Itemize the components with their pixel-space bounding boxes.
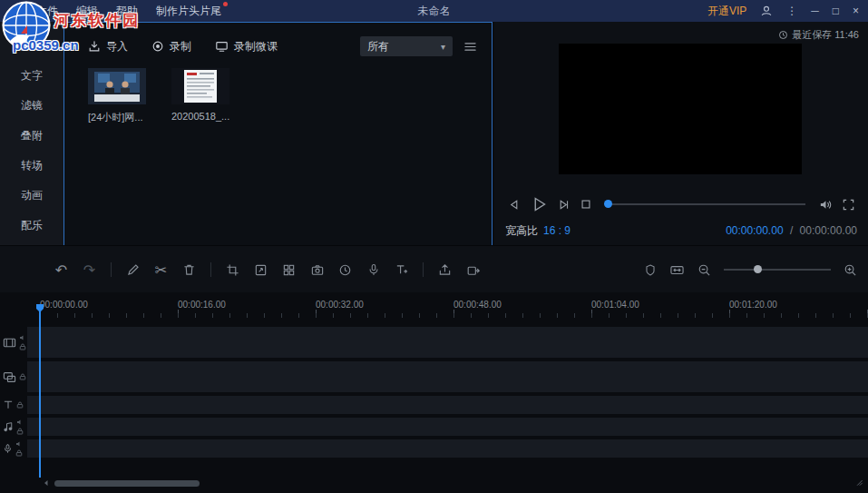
record-screen-button[interactable]: 录制微课	[215, 39, 278, 54]
speech-to-text-icon[interactable]	[387, 263, 415, 277]
mosaic-icon[interactable]	[275, 263, 303, 277]
media-toolbar: 导入 录制 录制微课 所有 ▾	[64, 35, 492, 57]
scrubber-handle[interactable]	[604, 200, 612, 208]
playhead[interactable]	[39, 305, 41, 478]
previous-frame-button[interactable]	[507, 198, 521, 212]
overlay-track-header[interactable]	[0, 361, 27, 392]
media-filter-select[interactable]: 所有 ▾	[360, 36, 453, 56]
track-badges	[15, 440, 23, 457]
account-icon[interactable]	[760, 5, 773, 17]
redo-icon[interactable]: ↷	[75, 261, 103, 279]
trash-icon[interactable]	[175, 262, 203, 277]
track-badges	[19, 373, 26, 380]
lock-icon[interactable]	[15, 449, 23, 457]
marker-icon[interactable]	[644, 263, 657, 277]
menu-make-intro-outro[interactable]: 制作片头片尾	[156, 4, 221, 19]
zoom-slider-handle[interactable]	[754, 265, 762, 273]
media-item-name: 20200518_...	[171, 111, 231, 122]
minimize-button[interactable]: ─	[811, 5, 819, 17]
sidebar-item-music[interactable]: 配乐	[0, 211, 63, 241]
microphone-icon[interactable]	[359, 262, 387, 277]
timeline-zoom-slider[interactable]	[724, 269, 831, 271]
fit-timeline-icon[interactable]	[669, 263, 685, 277]
stop-button[interactable]	[580, 198, 592, 211]
media-thumbnail-news	[88, 68, 146, 104]
menu-file[interactable]: 文件	[36, 4, 58, 19]
media-item-name: [24小时]网...	[88, 111, 148, 124]
more-menu-icon[interactable]: ⋮	[786, 5, 797, 17]
preview-info-bar: 宽高比 16 : 9 00:00:00.00 / 00:00:00.00	[494, 220, 868, 242]
speaker-icon[interactable]	[19, 334, 26, 341]
list-view-icon[interactable]	[463, 41, 477, 53]
lock-icon[interactable]	[16, 401, 24, 409]
text-track-header[interactable]	[0, 396, 27, 414]
sidebar-item-transitions[interactable]: 转场	[0, 151, 63, 181]
menu-edit[interactable]: 编辑	[76, 4, 98, 19]
microphone-icon	[3, 443, 13, 454]
maximize-button[interactable]: □	[833, 5, 839, 17]
media-library-panel: 导入 录制 录制微课 所有 ▾	[63, 22, 493, 247]
volume-icon[interactable]	[818, 198, 833, 212]
video-track-1[interactable]	[27, 327, 868, 358]
music-track-header[interactable]	[0, 418, 27, 436]
menu-help[interactable]: 帮助	[116, 4, 138, 19]
fullscreen-icon[interactable]	[842, 198, 855, 212]
ruler-label: 00:01:20.00	[729, 300, 777, 310]
asset-sidebar: 媒体 文字 滤镜 叠附 转场 动画 配乐	[0, 22, 63, 254]
import-button[interactable]: 导入	[88, 39, 128, 54]
scroll-left-arrow-icon[interactable]	[43, 479, 50, 487]
zoom-out-icon[interactable]	[697, 263, 711, 277]
camera-icon[interactable]	[303, 263, 331, 277]
divider	[423, 262, 424, 277]
export-icon[interactable]	[431, 262, 459, 277]
media-item[interactable]: [24小时]网...	[88, 68, 148, 124]
edit-icon[interactable]	[119, 262, 147, 277]
media-item[interactable]: 20200518_...	[171, 68, 231, 124]
titlebar-actions: 开通VIP ⋮ ─ □ ×	[707, 0, 859, 22]
voice-track-header[interactable]	[0, 439, 27, 458]
lock-icon[interactable]	[19, 373, 26, 380]
duration-clock-icon[interactable]	[331, 263, 359, 277]
titlebar: 文件 编辑 帮助 制作片头片尾 未命名 开通VIP ⋮ ─ □ ×	[0, 0, 868, 22]
play-button[interactable]	[530, 195, 548, 213]
timeline: 00:00:00.00 00:00:16.00 00:00:32.00 00:0…	[0, 292, 868, 493]
preview-scrubber[interactable]	[605, 203, 805, 205]
crop-icon[interactable]	[219, 263, 247, 277]
voice-track[interactable]	[27, 439, 868, 458]
new-badge-dot	[223, 2, 228, 6]
scissors-icon[interactable]: ✂	[147, 261, 175, 279]
sidebar-item-media[interactable]: 媒体	[0, 31, 63, 61]
text-track[interactable]	[27, 396, 868, 414]
resize-grip-icon[interactable]	[853, 477, 863, 487]
resize-icon[interactable]	[247, 263, 275, 277]
vip-button[interactable]: 开通VIP	[707, 4, 746, 19]
horizontal-scrollbar-thumb[interactable]	[54, 480, 200, 487]
publish-icon[interactable]	[459, 263, 487, 277]
sidebar-item-overlays[interactable]: 叠附	[0, 121, 63, 151]
video-track-header[interactable]	[0, 327, 27, 358]
ruler-minor-ticks[interactable]	[40, 313, 868, 318]
sidebar-item-text[interactable]: 文字	[0, 61, 63, 91]
overlay-track[interactable]	[27, 361, 868, 392]
overlay-icon	[3, 370, 16, 384]
sidebar-item-filters[interactable]: 滤镜	[0, 91, 63, 121]
undo-icon[interactable]: ↶	[47, 261, 75, 279]
playback-controls	[494, 191, 868, 218]
close-button[interactable]: ×	[853, 5, 859, 17]
zoom-in-icon[interactable]	[844, 263, 857, 277]
lock-icon[interactable]	[19, 343, 26, 350]
time-separator: /	[790, 224, 793, 237]
record-button[interactable]: 录制	[151, 39, 191, 54]
aspect-ratio-value[interactable]: 16 : 9	[543, 224, 571, 237]
divider	[111, 262, 112, 277]
sidebar-item-animation[interactable]: 动画	[0, 181, 63, 211]
lock-icon[interactable]	[16, 428, 24, 435]
next-frame-button[interactable]	[557, 198, 571, 212]
music-track[interactable]	[27, 418, 868, 436]
last-saved-status: 最近保存 11:46	[778, 28, 859, 42]
clock-icon	[778, 30, 788, 40]
record-icon	[151, 40, 164, 53]
speaker-icon[interactable]	[16, 419, 24, 426]
speaker-icon[interactable]	[15, 440, 23, 448]
video-preview[interactable]	[559, 44, 802, 174]
